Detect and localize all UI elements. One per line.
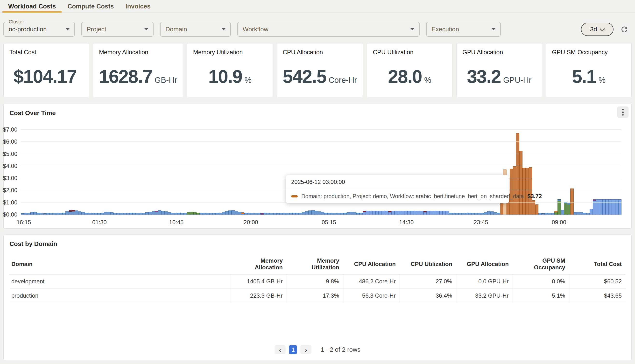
chart-bar[interactable] — [347, 212, 350, 214]
chart-bar[interactable] — [378, 211, 382, 214]
chart-bar[interactable] — [244, 213, 248, 214]
chart-bar[interactable] — [222, 212, 225, 214]
chart-bar[interactable] — [580, 212, 583, 214]
chart-bar[interactable] — [273, 213, 276, 214]
chart-bar[interactable] — [430, 211, 433, 214]
chart-bar[interactable] — [145, 212, 148, 214]
chart-bar[interactable] — [232, 210, 235, 214]
domain-select[interactable]: Domain — [160, 22, 231, 37]
chart-bar[interactable] — [363, 211, 366, 214]
chart-bar[interactable] — [85, 213, 88, 214]
cluster-select[interactable]: Cluster oc-production — [4, 22, 75, 37]
chart-bar[interactable] — [66, 211, 68, 214]
chart-bar[interactable] — [142, 213, 145, 214]
chart-bar[interactable] — [324, 213, 328, 214]
chart-bar[interactable] — [513, 166, 516, 214]
chart-bar[interactable] — [465, 213, 468, 214]
chart-bar[interactable] — [564, 202, 567, 214]
chart-bar[interactable] — [551, 213, 554, 214]
chart-bar[interactable] — [440, 211, 442, 214]
chart-bar[interactable] — [254, 213, 257, 214]
chart-bar[interactable] — [414, 211, 417, 214]
chart-bar[interactable] — [337, 213, 340, 214]
chart-bar[interactable] — [570, 188, 574, 214]
chart-bar[interactable] — [427, 211, 430, 214]
chart-bar[interactable] — [116, 213, 120, 214]
chart-bar[interactable] — [542, 214, 545, 214]
chart-bar[interactable] — [334, 213, 337, 214]
chart-bar[interactable] — [267, 213, 270, 214]
chart-bar[interactable] — [196, 213, 200, 214]
chart-bar[interactable] — [615, 200, 618, 214]
chart-bar[interactable] — [420, 211, 423, 214]
chart-bar[interactable] — [567, 203, 570, 214]
chart-bar[interactable] — [283, 213, 286, 214]
chart-bar[interactable] — [24, 213, 27, 214]
chart-bar[interactable] — [382, 211, 385, 214]
chart-bar[interactable] — [180, 213, 184, 214]
chart-bar[interactable] — [353, 212, 356, 214]
chart-bar[interactable] — [424, 211, 427, 214]
chart-bar[interactable] — [577, 212, 580, 214]
chart-bar[interactable] — [574, 212, 577, 214]
chart-bar[interactable] — [21, 214, 24, 214]
chart-bar[interactable] — [212, 213, 216, 214]
chart-bar[interactable] — [350, 212, 353, 214]
chart-bar[interactable] — [340, 213, 343, 214]
chart-bar[interactable] — [497, 213, 500, 214]
chart-bar[interactable] — [344, 213, 347, 214]
chart-bar[interactable] — [385, 211, 388, 214]
chart-bar[interactable] — [123, 213, 126, 214]
chart-bar[interactable] — [296, 213, 299, 214]
chart-bar[interactable] — [360, 213, 363, 214]
chart-bar[interactable] — [270, 213, 273, 214]
chart-bar[interactable] — [366, 211, 369, 214]
chart-bar[interactable] — [590, 209, 593, 214]
chart-bar[interactable] — [69, 210, 72, 214]
chart-bar[interactable] — [289, 213, 292, 214]
chart-bar[interactable] — [599, 200, 602, 214]
tab-invoices[interactable]: Invoices — [120, 0, 156, 12]
chart-bar[interactable] — [535, 204, 538, 214]
chart-bar[interactable] — [519, 151, 522, 214]
chart-bar[interactable] — [458, 213, 462, 214]
chart-bar[interactable] — [46, 213, 50, 214]
chart-bar[interactable] — [40, 213, 43, 214]
chart-bar[interactable] — [257, 213, 260, 214]
chart-bar[interactable] — [452, 213, 455, 214]
chart-bar[interactable] — [612, 200, 615, 214]
chart-bar[interactable] — [369, 211, 372, 214]
chart-bar[interactable] — [494, 212, 497, 214]
chart-menu-button[interactable] — [617, 106, 628, 118]
chart-bar[interactable] — [321, 212, 324, 214]
chart-bar[interactable] — [478, 213, 481, 214]
chart-bar[interactable] — [132, 213, 136, 214]
chart-bar[interactable] — [158, 210, 161, 214]
chart-bar[interactable] — [394, 211, 398, 214]
chart-bar[interactable] — [225, 211, 228, 214]
chart-bar[interactable] — [120, 213, 123, 214]
chart-bar[interactable] — [398, 211, 401, 214]
chart-bar[interactable] — [206, 213, 209, 214]
chart-bar[interactable] — [462, 213, 465, 214]
chart-bar[interactable] — [62, 213, 66, 214]
chart-bar[interactable] — [110, 212, 114, 214]
chart-bar[interactable] — [318, 212, 321, 214]
chart-bar[interactable] — [248, 213, 251, 214]
chart-bar[interactable] — [602, 200, 606, 214]
chart-bar[interactable] — [165, 212, 168, 214]
chart-bar[interactable] — [152, 211, 155, 214]
chart-bar[interactable] — [72, 210, 75, 214]
tab-compute-costs[interactable]: Compute Costs — [62, 0, 120, 12]
chart-bar[interactable] — [308, 210, 312, 214]
chart-bar[interactable] — [606, 200, 609, 214]
chart-bar[interactable] — [264, 213, 267, 214]
chart-bar[interactable] — [187, 212, 190, 214]
chart-bar[interactable] — [59, 213, 62, 214]
chart-bar[interactable] — [50, 213, 53, 214]
chart-bar[interactable] — [468, 213, 471, 214]
chart-bar[interactable] — [78, 212, 81, 214]
chart-bar[interactable] — [558, 200, 561, 214]
chart-bar[interactable] — [510, 169, 513, 214]
chart-bar[interactable] — [114, 213, 116, 214]
